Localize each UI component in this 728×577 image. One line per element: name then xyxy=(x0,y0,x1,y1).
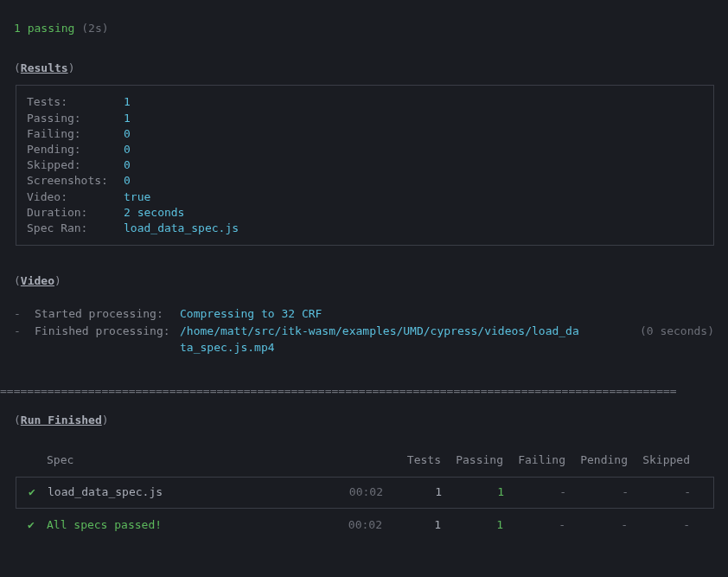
row-failing: - xyxy=(504,484,566,500)
results-box: Tests: 1 Passing: 1 Failing: 0 Pending: … xyxy=(16,85,714,246)
result-value: 0 xyxy=(124,157,131,173)
header-skipped: Skipped xyxy=(628,452,690,468)
row-time: 00:02 xyxy=(324,484,383,500)
result-row-failing: Failing: 0 xyxy=(27,126,703,142)
col-time-header xyxy=(323,452,382,468)
summary-spec: All specs passed! xyxy=(47,517,323,533)
result-label: Duration: xyxy=(27,205,124,221)
close-paren: ) xyxy=(54,274,61,287)
row-passing: 1 xyxy=(442,484,504,500)
result-row-skipped: Skipped: 0 xyxy=(27,157,703,173)
open-paren: ( xyxy=(14,414,21,426)
result-value: 0 xyxy=(124,126,131,142)
dash: - xyxy=(14,324,35,339)
row-spec: load_data_spec.js xyxy=(48,484,324,500)
check-icon: ✔ xyxy=(16,517,47,533)
result-value: true xyxy=(124,189,150,205)
header-tests: Tests xyxy=(382,452,441,468)
result-label: Failing: xyxy=(27,126,124,142)
header-spec: Spec xyxy=(47,452,323,468)
table-summary-row: ✔ All specs passed! 00:02 1 1 - - - xyxy=(16,509,728,533)
table-row: ✔ load_data_spec.js 00:02 1 1 - - - xyxy=(16,484,713,500)
result-value: 2 seconds xyxy=(124,205,184,221)
close-paren: ) xyxy=(102,414,109,426)
results-header: (Results) xyxy=(0,36,728,76)
video-finished-value-1: /home/matt/src/itk-wasm/examples/UMD/cyp… xyxy=(180,324,579,339)
video-title: Video xyxy=(21,274,54,287)
table-header-row: Spec Tests Passing Failing Pending Skipp… xyxy=(16,452,728,477)
result-row-pending: Pending: 0 xyxy=(27,142,703,157)
summary-passing: 1 xyxy=(441,517,503,533)
results-title: Results xyxy=(21,61,68,74)
video-finished-label: Finished processing: xyxy=(35,324,180,339)
summary-failing: - xyxy=(503,517,565,533)
passing-duration: (2s) xyxy=(81,22,108,35)
summary-time: 00:02 xyxy=(323,517,382,533)
result-value: 0 xyxy=(124,142,131,157)
passing-summary: 1 passing (2s) xyxy=(0,0,728,36)
result-row-tests: Tests: 1 xyxy=(27,94,703,110)
result-label: Passing: xyxy=(27,111,124,126)
summary-pending: - xyxy=(565,517,628,533)
video-started-line: - Started processing: Compressing to 32 … xyxy=(0,305,728,322)
result-label: Tests: xyxy=(27,94,124,110)
video-finished-time: (0 seconds) xyxy=(640,324,728,339)
row-tests: 1 xyxy=(383,484,442,500)
table-row-box: ✔ load_data_spec.js 00:02 1 1 - - - xyxy=(16,477,714,508)
result-row-passing: Passing: 1 xyxy=(27,111,703,126)
result-label: Skipped: xyxy=(27,157,124,173)
run-finished-title: Run Finished xyxy=(21,414,102,426)
result-label: Video: xyxy=(27,189,124,205)
dash: - xyxy=(14,306,35,322)
header-pending: Pending xyxy=(565,452,628,468)
divider: ========================================… xyxy=(0,356,728,399)
open-paren: ( xyxy=(14,274,21,287)
header-failing: Failing xyxy=(503,452,565,468)
row-skipped: - xyxy=(629,484,691,500)
video-header: (Video) xyxy=(0,246,728,289)
summary-tests: 1 xyxy=(382,517,441,533)
col-check-header xyxy=(16,452,47,468)
row-pending: - xyxy=(566,484,629,500)
video-started-label: Started processing: xyxy=(35,306,180,322)
result-value: 1 xyxy=(124,94,131,110)
close-paren: ) xyxy=(68,61,75,74)
open-paren: ( xyxy=(14,61,21,74)
result-value: 0 xyxy=(124,173,131,189)
result-value: 1 xyxy=(124,111,131,126)
passing-count: 1 passing xyxy=(14,22,74,35)
result-row-screenshots: Screenshots: 0 xyxy=(27,173,703,189)
video-finished-value-2: ta_spec.js.mp4 xyxy=(0,340,728,356)
result-label: Spec Ran: xyxy=(27,221,124,236)
result-value: load_data_spec.js xyxy=(124,221,239,236)
video-finished-line: - Finished processing: /home/matt/src/it… xyxy=(0,322,728,339)
result-label: Screenshots: xyxy=(27,173,124,189)
video-started-value: Compressing to 32 CRF xyxy=(180,306,322,322)
header-passing: Passing xyxy=(441,452,503,468)
run-finished-header: (Run Finished) xyxy=(0,399,728,428)
summary-table: Spec Tests Passing Failing Pending Skipp… xyxy=(0,428,728,533)
result-row-video: Video: true xyxy=(27,189,703,205)
summary-skipped: - xyxy=(628,517,690,533)
result-label: Pending: xyxy=(27,142,124,157)
check-icon: ✔ xyxy=(16,484,48,500)
result-row-duration: Duration: 2 seconds xyxy=(27,205,703,221)
result-row-spec-ran: Spec Ran: load_data_spec.js xyxy=(27,221,703,236)
